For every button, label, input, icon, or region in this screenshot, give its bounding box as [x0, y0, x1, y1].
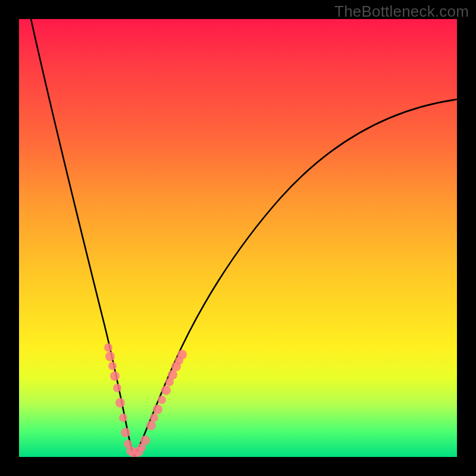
svg-point-4: [113, 384, 121, 392]
svg-point-18: [161, 386, 171, 395]
svg-point-16: [153, 405, 162, 414]
svg-point-13: [140, 436, 150, 445]
watermark-text: TheBottleneck.com: [334, 2, 469, 21]
chart-frame: TheBottleneck.com: [0, 0, 476, 476]
svg-point-0: [104, 343, 112, 352]
svg-point-17: [158, 396, 166, 404]
svg-point-1: [105, 352, 115, 361]
plot-area: [19, 19, 457, 457]
svg-point-15: [150, 414, 158, 422]
svg-point-3: [110, 371, 120, 381]
svg-point-23: [177, 350, 187, 359]
marker-group: [104, 343, 187, 457]
svg-point-7: [121, 428, 130, 437]
svg-point-14: [146, 421, 156, 430]
curve-layer: [19, 19, 457, 457]
bottleneck-curve-right: [134, 99, 457, 457]
svg-point-5: [115, 398, 125, 408]
svg-point-20: [168, 370, 177, 380]
svg-point-6: [119, 414, 127, 422]
svg-point-2: [108, 362, 117, 370]
